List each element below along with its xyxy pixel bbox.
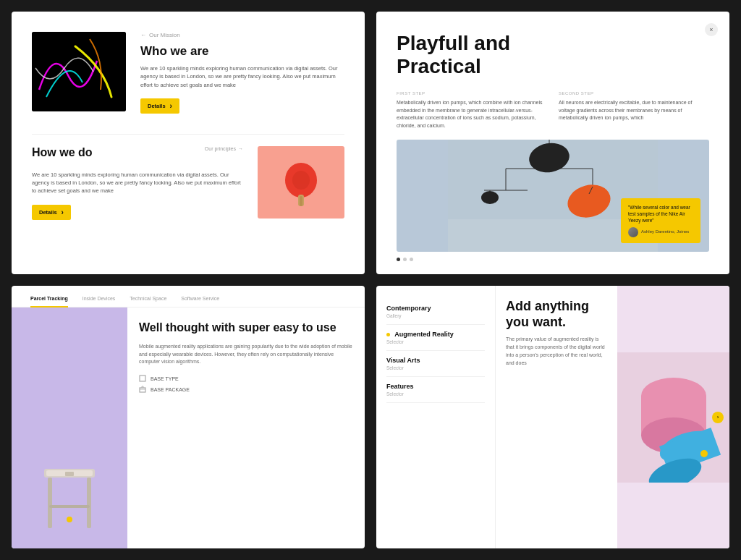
- svg-point-23: [67, 517, 72, 522]
- mission-label: Our Mission: [140, 32, 344, 38]
- principles-label: Our principles: [205, 146, 243, 151]
- active-indicator: [386, 333, 390, 336]
- section-who-we-are: Our Mission Who we are We are 10 sparkli…: [32, 32, 344, 114]
- tab-software-service[interactable]: Software Service: [174, 296, 226, 307]
- svg-point-33: [700, 450, 708, 457]
- step2-label: SECOND STEP: [559, 91, 709, 96]
- details-button-1[interactable]: Details: [140, 98, 179, 114]
- left-menu-panel: Contemporary Gallery Augmented Reality S…: [376, 286, 496, 548]
- menu-item-contemporary[interactable]: Contemporary Gallery: [386, 299, 485, 325]
- svg-rect-4: [300, 196, 302, 206]
- svg-rect-25: [140, 388, 145, 392]
- svg-point-2: [292, 171, 310, 190]
- step1-col: FIRST STEP Metabolically driven ion pump…: [397, 91, 547, 130]
- pagination-dot-3: [410, 258, 413, 261]
- add-anything-text: The primary value of augmented reality i…: [506, 336, 607, 367]
- step1-text: Metabolically driven ion pumps, which co…: [397, 99, 547, 130]
- svg-rect-20: [48, 478, 52, 528]
- section-how-we-do: How we do Our principles We are 10 spark…: [32, 146, 344, 220]
- details-button-2[interactable]: Details: [32, 205, 71, 220]
- add-anything-title: Add anything you want.: [506, 299, 607, 330]
- who-we-are-body: We are 10 sparkling minds exploring huma…: [140, 64, 344, 89]
- menu-item-ar[interactable]: Augmented Reality Selector: [386, 325, 485, 351]
- menu-item-features-title: Features: [386, 383, 485, 390]
- who-we-are-title: Who we are: [140, 44, 344, 59]
- close-button[interactable]: ×: [705, 23, 718, 36]
- icon-row-2: BASE PACKAGE: [139, 386, 353, 393]
- mid-panel: Add anything you want. The primary value…: [496, 286, 617, 548]
- menu-item-ar-subtitle: Selector: [386, 339, 485, 344]
- tab-technical-space[interactable]: Technical Space: [122, 296, 174, 307]
- how-we-do-title: How we do: [32, 146, 93, 159]
- menu-item-contemporary-title: Contemporary: [386, 305, 485, 312]
- svg-rect-24: [140, 376, 145, 381]
- tab-inside-devices[interactable]: Inside Devices: [75, 296, 123, 307]
- svg-point-15: [481, 191, 499, 204]
- quote-author: Ashley Darentino, Joinex: [628, 227, 693, 237]
- card3-content: Well thought with super easy to use Mobi…: [12, 307, 365, 548]
- step2-text: All neurons are electrically excitable, …: [559, 99, 709, 122]
- calder-image: "While several color and wear test sampl…: [397, 140, 709, 252]
- svg-rect-21: [87, 478, 91, 528]
- playfull-title: Playfull and Practical: [397, 32, 585, 78]
- right-image-panel: ›: [617, 286, 729, 548]
- card-who-we-are: Our Mission Who we are We are 10 sparkli…: [12, 12, 365, 274]
- pagination-dot-2: [403, 258, 407, 261]
- menu-item-ar-title: Augmented Reality: [386, 331, 485, 338]
- menu-item-visual-arts[interactable]: Visual Arts Selector: [386, 351, 485, 377]
- pagination: [397, 258, 709, 261]
- well-thought-body: Mobile augmented reality applications ar…: [139, 343, 353, 367]
- menu-item-visual-arts-subtitle: Selector: [386, 365, 485, 370]
- well-thought-text: Well thought with super easy to use Mobi…: [127, 307, 365, 548]
- icon-row-1: BASE TYPE: [139, 375, 353, 382]
- stool-image-area: [12, 307, 127, 548]
- well-thought-title: Well thought with super easy to use: [139, 321, 353, 336]
- quote-text: "While several color and wear test sampl…: [628, 204, 693, 224]
- ping-pong-image: [258, 146, 344, 219]
- card-playfull: × Playfull and Practical FIRST STEP Meta…: [376, 12, 729, 274]
- two-column-section: FIRST STEP Metabolically driven ion pump…: [397, 91, 709, 130]
- menu-item-visual-arts-title: Visual Arts: [386, 357, 485, 364]
- quote-box: "While several color and wear test sampl…: [621, 198, 700, 243]
- menu-item-features-subtitle: Selector: [386, 391, 485, 396]
- menu-item-features[interactable]: Features Selector: [386, 377, 485, 403]
- how-we-do-text: How we do Our principles We are 10 spark…: [32, 146, 243, 220]
- who-we-are-text: Our Mission Who we are We are 10 sparkli…: [140, 32, 344, 114]
- how-we-do-body: We are 10 sparkling minds exploring huma…: [32, 171, 243, 195]
- how-we-do-header: How we do Our principles: [32, 146, 243, 165]
- svg-rect-19: [65, 472, 74, 476]
- card-well-thought: Parcel Tracking Inside Devices Technical…: [12, 286, 365, 548]
- step1-label: FIRST STEP: [397, 91, 547, 96]
- icon1-label: BASE TYPE: [151, 376, 179, 381]
- pagination-dot-1: [397, 258, 400, 261]
- next-arrow[interactable]: ›: [712, 412, 724, 423]
- author-avatar: [628, 227, 638, 237]
- menu-item-contemporary-subtitle: Gallery: [386, 313, 485, 318]
- step2-col: SECOND STEP All neurons are electrically…: [559, 91, 709, 130]
- package-icon: [139, 386, 146, 393]
- icon2-label: BASE PACKAGE: [151, 387, 190, 392]
- author-name: Ashley Darentino, Joinex: [641, 229, 689, 235]
- box-icon: [139, 375, 146, 382]
- neon-image: [32, 32, 126, 111]
- nav-tabs: Parcel Tracking Inside Devices Technical…: [12, 286, 365, 307]
- svg-rect-22: [49, 505, 90, 508]
- card-add-anything: Contemporary Gallery Augmented Reality S…: [376, 286, 729, 548]
- section-divider: [32, 134, 344, 135]
- tab-parcel-tracking[interactable]: Parcel Tracking: [23, 296, 75, 307]
